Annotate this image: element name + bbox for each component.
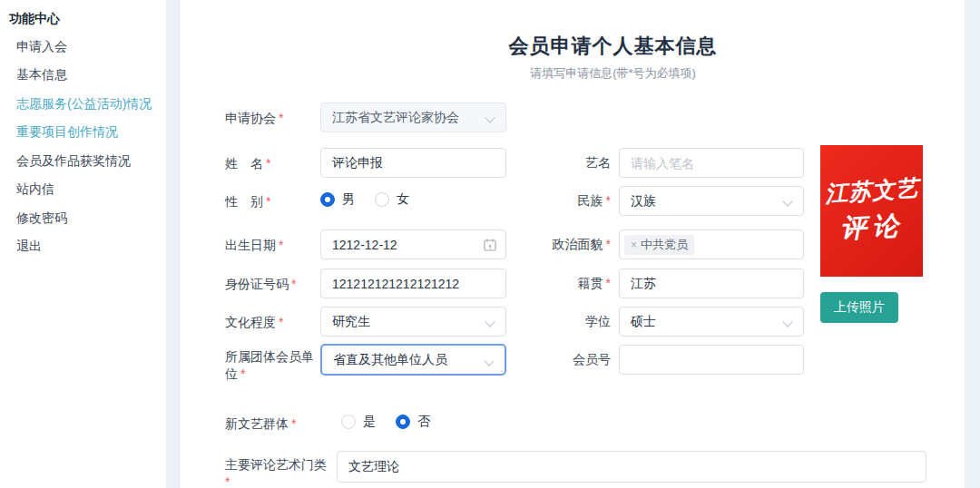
sidebar-item-major-projects[interactable]: 重要项目创作情况 bbox=[0, 119, 166, 148]
native-place-input[interactable] bbox=[619, 268, 804, 298]
political-status-tag-text: 中共党员 bbox=[641, 237, 688, 253]
gender-male-label[interactable]: 男 bbox=[342, 191, 355, 208]
tag-close-icon[interactable]: × bbox=[631, 239, 637, 251]
calendar-icon bbox=[483, 238, 497, 252]
sidebar: 功能中心 申请入会 基本信息 志愿服务(公益活动)情况 重要项目创作情况 会员及… bbox=[0, 0, 166, 488]
member-no-label: 会员号 bbox=[528, 352, 611, 368]
stage-name-input[interactable] bbox=[619, 148, 804, 178]
art-category-label: 主要评论艺术门类* bbox=[225, 456, 332, 488]
sidebar-item-change-password[interactable]: 修改密码 bbox=[0, 204, 166, 233]
sidebar-header: 功能中心 bbox=[0, 5, 166, 33]
id-number-label: 身份证号码* bbox=[225, 276, 318, 293]
new-literary-group-yes-radio[interactable] bbox=[341, 415, 356, 429]
political-status-tag: × 中共党员 bbox=[624, 235, 694, 255]
main-content: 会员申请个人基本信息 请填写申请信息(带*号为必填项) 申请协会* 江苏省文艺评… bbox=[179, 0, 965, 488]
name-label: 姓 名* bbox=[225, 155, 318, 172]
birth-date-value: 1212-12-12 bbox=[332, 238, 397, 252]
ethnicity-value: 汉族 bbox=[631, 193, 656, 210]
association-label: 申请协会* bbox=[225, 110, 318, 127]
new-literary-group-label: 新文艺群体* bbox=[225, 415, 318, 433]
new-literary-group-radio-group: 是 否 bbox=[341, 415, 443, 429]
member-unit-select[interactable]: 省直及其他单位人员 bbox=[320, 344, 506, 376]
birth-date-input[interactable]: 1212-12-12 bbox=[320, 229, 506, 259]
gender-female-label[interactable]: 女 bbox=[397, 191, 409, 208]
native-place-label: 籍贯* bbox=[528, 276, 611, 292]
gender-male-radio[interactable] bbox=[320, 192, 335, 207]
sidebar-item-logout[interactable]: 退出 bbox=[0, 233, 166, 262]
political-status-label: 政治面貌* bbox=[528, 237, 611, 253]
sidebar-item-messages[interactable]: 站内信 bbox=[0, 176, 166, 205]
sidebar-item-awards[interactable]: 会员及作品获奖情况 bbox=[0, 147, 166, 176]
political-status-input[interactable]: × 中共党员 bbox=[619, 229, 804, 259]
sidebar-item-apply[interactable]: 申请入会 bbox=[0, 33, 166, 62]
gender-label: 性 别* bbox=[225, 193, 318, 210]
new-literary-group-no-label[interactable]: 否 bbox=[417, 414, 430, 430]
chevron-down-icon bbox=[484, 356, 494, 366]
page: 功能中心 申请入会 基本信息 志愿服务(公益活动)情况 重要项目创作情况 会员及… bbox=[0, 0, 980, 488]
chevron-down-icon bbox=[485, 317, 495, 327]
education-value: 研究生 bbox=[332, 314, 370, 330]
education-label: 文化程度* bbox=[225, 314, 318, 331]
sidebar-item-volunteer-service[interactable]: 志愿服务(公益活动)情况 bbox=[0, 90, 166, 119]
photo-calligraphy-line1: 江苏文艺 bbox=[823, 172, 919, 209]
page-subtitle: 请填写申请信息(带*号为必填项) bbox=[261, 65, 965, 82]
association-select[interactable]: 江苏省文艺评论家协会 bbox=[320, 102, 506, 132]
chevron-down-icon bbox=[485, 112, 495, 122]
member-unit-label: 所属团体会员单位* bbox=[225, 348, 318, 383]
upload-photo-button[interactable]: 上传照片 bbox=[820, 292, 898, 323]
gender-female-radio[interactable] bbox=[375, 192, 389, 207]
chevron-down-icon bbox=[782, 317, 792, 327]
member-no-input[interactable] bbox=[619, 345, 804, 375]
photo-calligraphy-line2: 评论 bbox=[839, 208, 905, 248]
degree-value: 硕士 bbox=[631, 314, 656, 330]
degree-label: 学位 bbox=[528, 314, 611, 330]
chevron-down-icon bbox=[782, 196, 792, 206]
ethnicity-label: 民族* bbox=[528, 193, 611, 210]
member-unit-value: 省直及其他单位人员 bbox=[333, 352, 447, 368]
ethnicity-select[interactable]: 汉族 bbox=[619, 186, 804, 216]
page-title: 会员申请个人基本信息 bbox=[261, 33, 965, 60]
education-select[interactable]: 研究生 bbox=[320, 307, 506, 337]
degree-select[interactable]: 硕士 bbox=[619, 307, 804, 337]
name-input[interactable] bbox=[320, 148, 506, 178]
new-literary-group-yes-label[interactable]: 是 bbox=[363, 414, 376, 430]
id-number-input[interactable] bbox=[320, 268, 506, 298]
birth-date-label: 出生日期* bbox=[225, 237, 318, 254]
art-category-input[interactable] bbox=[337, 451, 926, 483]
member-photo: 江苏文艺 评论 bbox=[820, 145, 923, 277]
association-value: 江苏省文艺评论家协会 bbox=[332, 110, 459, 126]
stage-name-label: 艺名 bbox=[528, 155, 611, 171]
gender-radio-group: 男 女 bbox=[320, 192, 422, 207]
sidebar-item-basic-info[interactable]: 基本信息 bbox=[0, 62, 166, 91]
new-literary-group-no-radio[interactable] bbox=[396, 415, 410, 429]
